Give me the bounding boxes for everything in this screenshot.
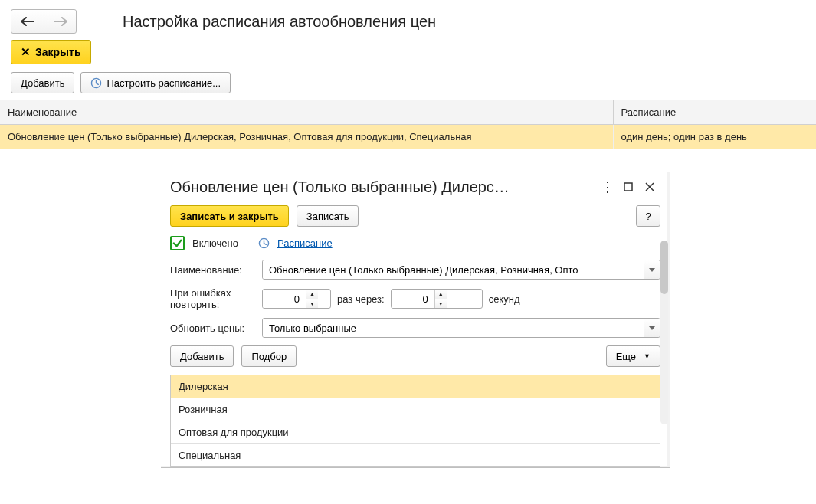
column-name[interactable]: Наименование bbox=[0, 100, 613, 125]
schedule-link[interactable]: Расписание bbox=[277, 237, 333, 249]
dialog-title: Обновление цен (Только выбранные) Дилерс… bbox=[170, 178, 596, 196]
spin-up-icon[interactable]: ▲ bbox=[435, 290, 447, 299]
list-item[interactable]: Оптовая для продукции bbox=[171, 421, 660, 444]
enabled-checkbox[interactable] bbox=[170, 236, 185, 250]
inner-add-button[interactable]: Добавить bbox=[170, 345, 234, 367]
retry-label: При ошибках повторять: bbox=[170, 287, 256, 310]
list-item[interactable]: Дилерская bbox=[171, 375, 660, 398]
retry-count-input[interactable] bbox=[263, 290, 306, 308]
back-button[interactable] bbox=[11, 10, 44, 33]
spin-up-icon[interactable]: ▲ bbox=[306, 290, 318, 299]
row-schedule: один день; один раз в день bbox=[613, 125, 816, 149]
name-label: Наименование: bbox=[170, 264, 256, 276]
retry-mid-label: раз через: bbox=[337, 293, 385, 305]
forward-button bbox=[44, 10, 76, 33]
update-prices-select[interactable] bbox=[263, 319, 644, 337]
chevron-down-icon: ▼ bbox=[644, 352, 651, 360]
close-button-label: Закрыть bbox=[35, 46, 81, 58]
svg-rect-1 bbox=[624, 183, 632, 191]
maximize-icon[interactable] bbox=[618, 176, 639, 198]
seconds-label: секунд bbox=[489, 293, 520, 305]
close-icon[interactable] bbox=[639, 176, 660, 198]
spin-down-icon[interactable]: ▼ bbox=[435, 299, 447, 309]
close-button[interactable]: ✕ Закрыть bbox=[11, 40, 91, 64]
name-input[interactable] bbox=[263, 260, 644, 279]
retry-seconds-input[interactable] bbox=[392, 290, 434, 308]
configure-schedule-button[interactable]: Настроить расписание... bbox=[80, 72, 231, 93]
list-item[interactable]: Специальная bbox=[171, 444, 660, 466]
update-prices-label: Обновить цены: bbox=[170, 322, 256, 334]
more-button[interactable]: Еще ▼ bbox=[606, 345, 660, 367]
dropdown-icon[interactable] bbox=[644, 319, 660, 337]
dropdown-icon[interactable] bbox=[644, 260, 660, 279]
enabled-label: Включено bbox=[192, 237, 238, 249]
schedules-table: Наименование Расписание Обновление цен (… bbox=[0, 100, 816, 149]
scrollbar-thumb[interactable] bbox=[660, 241, 668, 294]
row-name: Обновление цен (Только выбранные) Дилерс… bbox=[0, 125, 613, 149]
help-button[interactable]: ? bbox=[636, 205, 660, 227]
more-menu-icon[interactable]: ⋮ bbox=[596, 176, 618, 198]
save-button[interactable]: Записать bbox=[297, 205, 359, 227]
save-close-button[interactable]: Записать и закрыть bbox=[170, 205, 289, 227]
list-item[interactable]: Розничная bbox=[171, 398, 660, 421]
clock-icon bbox=[90, 77, 102, 89]
spin-down-icon[interactable]: ▼ bbox=[306, 299, 318, 309]
price-types-list: Дилерская Розничная Оптовая для продукци… bbox=[170, 375, 660, 467]
nav-buttons bbox=[11, 9, 77, 34]
page-title: Настройка расписания автообновления цен bbox=[123, 13, 436, 31]
close-icon: ✕ bbox=[21, 45, 31, 59]
edit-dialog: Обновление цен (Только выбранные) Дилерс… bbox=[161, 172, 670, 468]
select-button[interactable]: Подбор bbox=[241, 345, 297, 367]
column-schedule[interactable]: Расписание bbox=[613, 100, 816, 125]
table-row[interactable]: Обновление цен (Только выбранные) Дилерс… bbox=[0, 125, 816, 149]
clock-icon bbox=[258, 237, 270, 249]
add-button[interactable]: Добавить bbox=[11, 72, 74, 93]
